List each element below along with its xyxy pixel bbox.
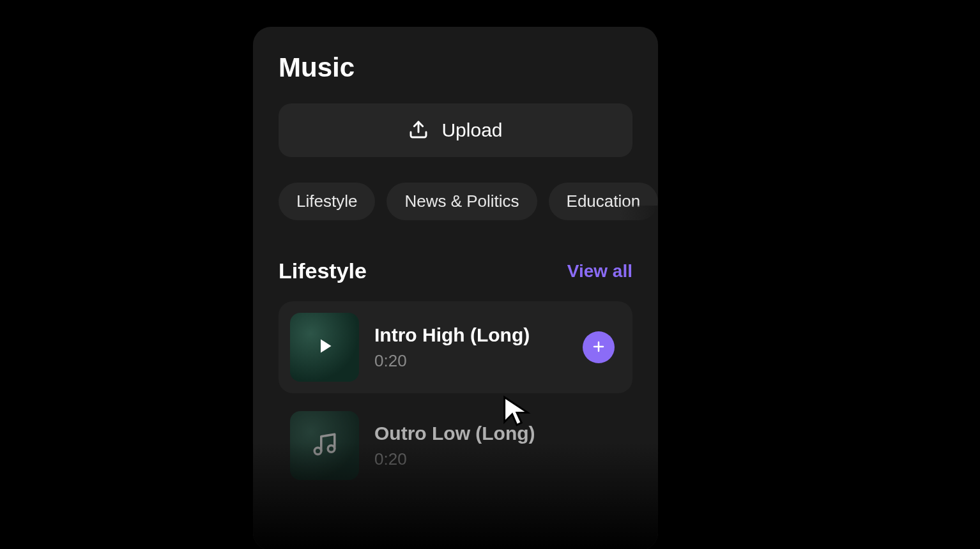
track-list: Intro High (Long) 0:20 [253, 301, 658, 483]
track-title: Intro High (Long) [374, 324, 567, 346]
svg-point-4 [328, 446, 335, 453]
track-title: Outro Low (Long) [374, 423, 621, 444]
music-panel: Music Upload Lifestyle News & Politics E… [253, 27, 658, 549]
svg-point-3 [314, 447, 321, 455]
category-chip-lifestyle[interactable]: Lifestyle [279, 183, 375, 220]
track-info: Outro Low (Long) 0:20 [374, 423, 621, 469]
track-duration: 0:20 [374, 351, 567, 371]
panel-title: Music [279, 52, 658, 83]
upload-icon [408, 119, 429, 142]
track-item[interactable]: Intro High (Long) 0:20 [279, 301, 632, 393]
categories-row: Lifestyle News & Politics Education [253, 183, 658, 220]
music-note-icon [311, 431, 338, 460]
plus-icon [591, 339, 606, 356]
category-chip-education[interactable]: Education [549, 183, 658, 220]
track-info: Intro High (Long) 0:20 [374, 324, 567, 371]
category-chip-news-politics[interactable]: News & Politics [387, 183, 537, 220]
upload-button-label: Upload [441, 119, 502, 141]
track-thumbnail[interactable] [290, 313, 359, 382]
add-track-button[interactable] [583, 331, 615, 363]
section-title: Lifestyle [279, 259, 367, 283]
track-thumbnail[interactable] [290, 411, 359, 480]
play-icon [313, 335, 336, 360]
section-header: Lifestyle View all [253, 259, 658, 283]
track-duration: 0:20 [374, 449, 621, 469]
view-all-link[interactable]: View all [567, 261, 632, 282]
track-item[interactable]: Outro Low (Long) 0:20 [279, 409, 632, 483]
upload-button[interactable]: Upload [279, 103, 632, 157]
